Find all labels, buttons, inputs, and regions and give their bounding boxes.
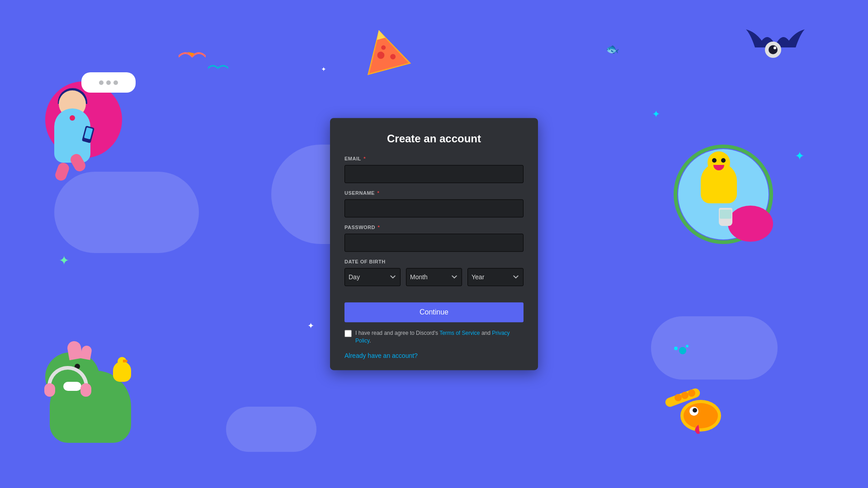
- drink-cup: [719, 208, 732, 226]
- password-form-group: PASSWORD *: [344, 225, 524, 252]
- password-required-star: *: [376, 225, 380, 230]
- pizza-illustration: [357, 24, 412, 77]
- svg-marker-2: [360, 27, 409, 73]
- create-account-modal: Create an account EMAIL * USERNAME * PAS…: [330, 118, 538, 370]
- email-input[interactable]: [344, 165, 524, 183]
- sparkle-decoration-4: ✦: [321, 66, 326, 73]
- gem-decoration: [70, 115, 75, 121]
- sparkle-decoration-1: ✦: [652, 108, 660, 120]
- pink-blob: [728, 206, 773, 242]
- email-form-group: EMAIL *: [344, 156, 524, 183]
- svg-point-14: [681, 392, 689, 399]
- month-select[interactable]: Month JanuaryFebruaryMarchApril MayJuneJ…: [406, 268, 462, 286]
- email-label: EMAIL *: [344, 156, 524, 161]
- svg-point-19: [674, 347, 678, 350]
- sparkle-decoration-3: ✦: [307, 321, 314, 331]
- modal-wrapper: Create an account EMAIL * USERNAME * PAS…: [330, 118, 538, 370]
- tos-text: I have read and agree to Discord's Terms…: [355, 329, 524, 345]
- username-form-group: USERNAME *: [344, 190, 524, 217]
- cloud-decoration-4: [226, 407, 316, 452]
- year-select[interactable]: Year for(let y=2024;y>=1900;y--){documen…: [467, 268, 524, 286]
- svg-point-18: [679, 347, 686, 354]
- username-label: USERNAME *: [344, 190, 524, 196]
- already-account-link[interactable]: Already have an account?: [344, 352, 524, 359]
- dino-hair-spike-2: [80, 345, 93, 360]
- username-input[interactable]: [344, 199, 524, 217]
- continue-button[interactable]: Continue: [344, 302, 524, 322]
- dob-row: Day 12345 678910 1112131415 1617181920 2…: [344, 268, 524, 286]
- water-splash: [674, 342, 692, 361]
- username-required-star: *: [376, 190, 379, 196]
- dob-label: DATE OF BIRTH: [344, 259, 524, 264]
- dino-illustration: [41, 325, 199, 452]
- speech-dot-3: [113, 80, 118, 85]
- terms-of-service-link[interactable]: Terms of Service: [439, 330, 480, 336]
- svg-point-20: [686, 345, 689, 347]
- svg-point-15: [688, 389, 695, 397]
- trumpet-illustration: [651, 361, 723, 434]
- circle-character-illustration: [674, 145, 778, 249]
- shoe-left: [54, 161, 71, 182]
- speech-dot-1: [99, 80, 104, 85]
- phone-screen: [84, 127, 93, 140]
- headphone-left: [44, 383, 55, 397]
- fish-illustration-1: 🐟: [605, 42, 620, 57]
- yellow-bird: [113, 361, 131, 382]
- sparkle-decoration-2: ✦: [59, 253, 69, 268]
- password-input[interactable]: [344, 234, 524, 252]
- bird-illustration-1: [179, 50, 206, 65]
- svg-point-17: [693, 408, 697, 413]
- speech-bubble: [81, 72, 136, 93]
- svg-point-11: [684, 403, 718, 428]
- svg-point-13: [675, 394, 682, 401]
- tos-row: I have read and agree to Discord's Terms…: [344, 329, 524, 345]
- tos-checkbox[interactable]: [344, 330, 352, 337]
- yellow-char-mouth: [713, 165, 724, 170]
- sparkle-decoration-5: ✦: [795, 149, 805, 163]
- svg-point-8: [769, 45, 778, 54]
- email-required-star: *: [362, 156, 366, 161]
- yellow-char-eye-left: [712, 158, 717, 163]
- yellow-char-head: [708, 151, 730, 174]
- day-select[interactable]: Day 12345 678910 1112131415 1617181920 2…: [344, 268, 401, 286]
- password-label: PASSWORD *: [344, 225, 524, 230]
- modal-title: Create an account: [344, 132, 524, 145]
- dob-form-group: DATE OF BIRTH Day 12345 678910 111213141…: [344, 259, 524, 286]
- speech-dot-2: [106, 80, 111, 85]
- character-illustration-left: [32, 63, 158, 190]
- bird-illustration-2: [208, 63, 228, 75]
- headphone-right: [80, 383, 91, 397]
- bat-illustration: [746, 25, 805, 67]
- drink-liquid: [720, 210, 731, 219]
- bird-beak: [123, 360, 127, 362]
- yellow-char-eye-right: [721, 158, 726, 163]
- yellow-char-body: [701, 163, 737, 203]
- svg-point-9: [774, 47, 776, 49]
